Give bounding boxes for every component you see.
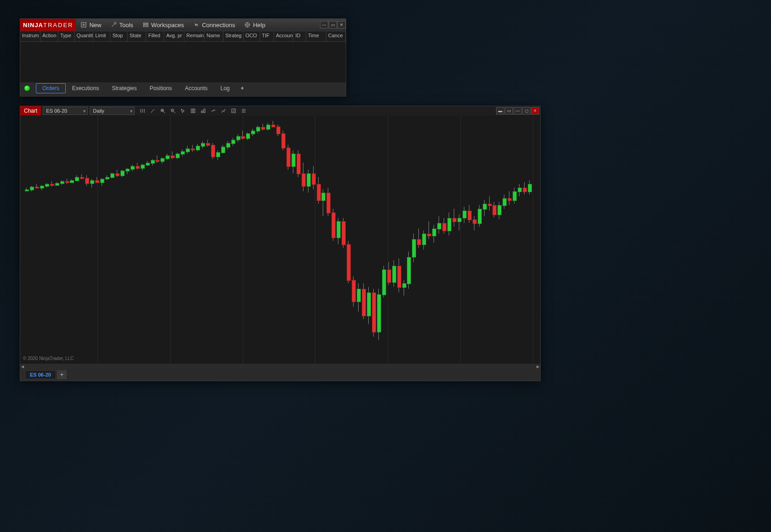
chart-close-button[interactable]: ✕ bbox=[531, 107, 539, 114]
column-header-remain[interactable]: Remain bbox=[184, 31, 205, 41]
chart-pin-button[interactable]: ▬ bbox=[496, 107, 504, 114]
column-header-accoun[interactable]: Accoun bbox=[274, 31, 293, 41]
interval-select[interactable]: Daily bbox=[90, 107, 135, 115]
tab-log[interactable]: Log bbox=[214, 83, 236, 93]
connection-led-icon bbox=[24, 85, 30, 92]
logo-left: NINJA bbox=[23, 22, 43, 29]
chart-window-controls: ▬ ▭ — ◻ ✕ bbox=[496, 107, 539, 114]
column-header-name[interactable]: Name bbox=[205, 31, 223, 41]
column-header-stop[interactable]: Stop bbox=[110, 31, 127, 41]
column-header-quantit[interactable]: Quantit bbox=[75, 31, 94, 41]
svg-rect-9 bbox=[232, 109, 235, 113]
cursor-icon[interactable] bbox=[179, 107, 187, 114]
bars-icon[interactable] bbox=[138, 107, 147, 114]
list-icon[interactable] bbox=[240, 107, 248, 114]
chart-tab-instrument[interactable]: ES 06-20 bbox=[25, 370, 56, 379]
orders-grid-body[interactable] bbox=[20, 42, 346, 82]
tab-executions[interactable]: Executions bbox=[66, 83, 106, 93]
indicators-icon[interactable] bbox=[209, 107, 217, 114]
tab-accounts[interactable]: Accounts bbox=[178, 83, 214, 93]
properties-icon[interactable] bbox=[229, 107, 238, 114]
column-header-instrum[interactable]: Instrum bbox=[20, 31, 40, 41]
chart-trader-icon[interactable] bbox=[199, 107, 207, 114]
column-header-strateg[interactable]: Strateg bbox=[223, 31, 244, 41]
bottom-tabs: OrdersExecutionsStrategiesPositionsAccou… bbox=[20, 82, 346, 94]
help-icon bbox=[244, 22, 251, 28]
chart-add-tab-button[interactable]: + bbox=[57, 370, 67, 379]
logo: NINJATRADER bbox=[20, 19, 76, 31]
scroll-left-icon[interactable]: ◀ bbox=[20, 365, 25, 369]
connections-icon bbox=[193, 22, 200, 28]
column-header-filled[interactable]: Filled bbox=[146, 31, 164, 41]
tools-icon bbox=[110, 22, 117, 28]
orders-grid-header: InstrumActionTypeQuantitLimitStopStateFi… bbox=[20, 31, 346, 42]
svg-rect-1 bbox=[143, 23, 145, 24]
column-header-id[interactable]: ID bbox=[293, 31, 306, 41]
svg-point-5 bbox=[246, 24, 248, 26]
zoom-in-icon[interactable] bbox=[159, 107, 167, 114]
tab-strategies[interactable]: Strategies bbox=[105, 83, 143, 93]
chart-tabs: ES 06-20 + bbox=[20, 369, 540, 380]
draw-icon[interactable] bbox=[148, 107, 157, 114]
plus-icon bbox=[80, 22, 87, 28]
column-header-type[interactable]: Type bbox=[58, 31, 75, 41]
svg-rect-2 bbox=[146, 23, 148, 24]
data-series-icon[interactable] bbox=[189, 107, 197, 114]
minimize-button[interactable]: — bbox=[320, 21, 328, 29]
instrument-select[interactable]: ES 06-20 bbox=[43, 107, 88, 115]
workspaces-icon bbox=[143, 22, 149, 28]
scroll-right-icon[interactable]: ▶ bbox=[536, 365, 540, 369]
menu-tools[interactable]: Tools bbox=[106, 22, 137, 29]
chart-area[interactable]: © 2020 NinjaTrader, LLC bbox=[20, 115, 540, 364]
svg-rect-3 bbox=[143, 25, 148, 27]
column-header-action[interactable]: Action bbox=[40, 31, 58, 41]
column-header-cance[interactable]: Cance bbox=[326, 31, 346, 41]
chart-toolbar bbox=[135, 107, 249, 114]
titlebar: NINJATRADER New Tools Workspaces Connect… bbox=[20, 19, 346, 31]
scroll-strip[interactable]: ◀ ▶ bbox=[20, 364, 540, 369]
logo-right: TRADER bbox=[43, 22, 73, 29]
menu-workspaces[interactable]: Workspaces bbox=[138, 22, 188, 29]
column-header-avgpr[interactable]: Avg. pr bbox=[164, 31, 184, 41]
chart-title: Chart bbox=[20, 106, 41, 115]
column-header-limit[interactable]: Limit bbox=[93, 31, 110, 41]
chart-window: Chart ES 06-20 Daily ▬ ▭ — ◻ ✕ © 2020 Ni… bbox=[20, 106, 541, 381]
chart-maximize-button[interactable]: ◻ bbox=[522, 107, 531, 114]
column-header-state[interactable]: State bbox=[128, 31, 147, 41]
maximize-button[interactable]: ▭ bbox=[329, 21, 337, 29]
control-center-window: NINJATRADER New Tools Workspaces Connect… bbox=[20, 18, 346, 97]
tab-positions[interactable]: Positions bbox=[143, 83, 178, 93]
chart-restore-button[interactable]: ▭ bbox=[505, 107, 513, 114]
tab-orders[interactable]: Orders bbox=[36, 83, 66, 93]
menu-new[interactable]: New bbox=[76, 22, 106, 29]
column-header-tif[interactable]: TIF bbox=[260, 31, 274, 41]
add-tab-button[interactable]: + bbox=[236, 83, 249, 93]
column-header-oco[interactable]: OCO bbox=[244, 31, 260, 41]
close-button[interactable]: ✕ bbox=[337, 21, 346, 29]
column-header-time[interactable]: Time bbox=[306, 31, 326, 41]
window-controls: — ▭ ✕ bbox=[320, 21, 346, 29]
copyright-label: © 2020 NinjaTrader, LLC bbox=[23, 356, 74, 361]
main-menu: New Tools Workspaces Connections Help bbox=[76, 22, 320, 29]
menu-help[interactable]: Help bbox=[240, 22, 270, 29]
strategies-icon[interactable] bbox=[219, 107, 228, 114]
menu-connections[interactable]: Connections bbox=[188, 22, 240, 29]
zoom-out-icon[interactable] bbox=[169, 107, 177, 114]
chart-minimize-button[interactable]: — bbox=[514, 107, 522, 114]
chart-titlebar: Chart ES 06-20 Daily ▬ ▭ — ◻ ✕ bbox=[20, 106, 540, 115]
